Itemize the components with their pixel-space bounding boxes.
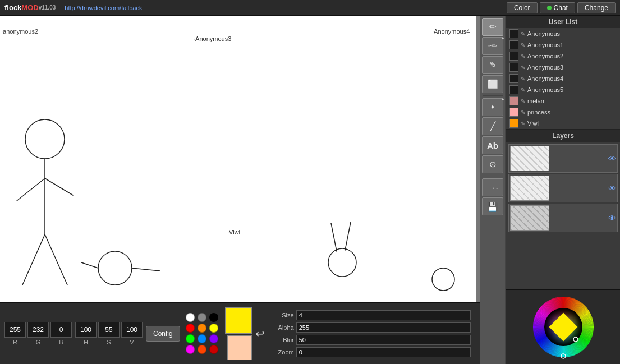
user-name-8: Viwi	[527, 120, 539, 127]
save-tool[interactable]: 💾	[482, 197, 503, 215]
user-item-6[interactable]: ✎ melan	[506, 95, 620, 107]
layer-thumb-1	[510, 146, 549, 171]
canvas-area: ·anonymous2 ·Anonymous3 ·Anonymous4 ·Ano…	[0, 16, 480, 364]
color-dot-6[interactable]	[186, 334, 195, 343]
user-item-5[interactable]: ✎ Anonymous5	[506, 84, 620, 95]
zoom-input[interactable]	[296, 347, 471, 357]
user-item-8[interactable]: ✎ Viwi	[506, 118, 620, 129]
pencil-tool[interactable]: ✎	[482, 56, 503, 74]
user-swatch-3	[509, 63, 518, 72]
magic-tool[interactable]: ✦	[482, 98, 503, 116]
user-name-5: Anonymous5	[527, 86, 563, 93]
color-dot-7[interactable]	[198, 334, 206, 343]
user-label-anon3: ·Anonymous3	[194, 35, 231, 42]
h-input[interactable]	[75, 322, 97, 338]
color-dot-5[interactable]	[209, 324, 218, 333]
zoom-row: Zoom	[273, 347, 471, 357]
text-tool[interactable]: Ab	[482, 136, 503, 154]
layers-title: Layers	[506, 130, 620, 142]
g-input[interactable]	[27, 322, 49, 338]
v-input[interactable]	[121, 322, 143, 338]
b-channel: B	[50, 322, 72, 345]
alpha-input[interactable]	[296, 322, 471, 333]
expand-arrow: ▸	[502, 36, 504, 40]
user-item-3[interactable]: ✎ Anonymous3	[506, 62, 620, 73]
layer-eye-1[interactable]: 👁	[608, 154, 616, 163]
color-wheel[interactable]	[530, 293, 597, 361]
drawing-canvas[interactable]	[0, 16, 476, 302]
right-panel: User List ✎ Anonymous ✎ Anonymous1 ✎ Ano…	[506, 16, 620, 364]
user-item-7[interactable]: ✎ princess	[506, 107, 620, 118]
b-label: B	[59, 339, 63, 345]
color-dot-2[interactable]	[209, 313, 218, 322]
user-name-6: melan	[527, 98, 544, 104]
layer-eye-2[interactable]: 👁	[608, 184, 616, 193]
blur-input[interactable]	[296, 335, 471, 345]
b-input[interactable]	[50, 322, 72, 338]
color-dot-3[interactable]	[186, 324, 195, 333]
layer-eye-3[interactable]: 👁	[608, 214, 616, 223]
alpha-row: Alpha	[273, 322, 471, 333]
layer-item-3[interactable]: 👁	[508, 204, 618, 232]
brush-tool[interactable]: ✏	[482, 18, 503, 36]
color-dot-11[interactable]	[209, 345, 218, 354]
user-edit-icon-2: ✎	[521, 53, 525, 59]
color-dot-1[interactable]	[198, 313, 206, 322]
user-name-0: Anonymous	[527, 30, 560, 37]
magic-tool-wrap: ✦ ▸	[482, 98, 503, 116]
version-label: v11.03	[39, 4, 56, 11]
color-dot-0[interactable]	[186, 313, 195, 322]
logo-mod: MOD	[21, 3, 38, 12]
color-dot-9[interactable]	[186, 345, 195, 354]
move-tool-wrap: →·	[482, 178, 503, 196]
color-button[interactable]: Color	[507, 2, 538, 13]
airbrush-tool[interactable]: ≈✏	[482, 37, 503, 55]
user-name-2: Anonymous2	[527, 53, 563, 59]
color-swatches	[225, 307, 252, 360]
user-label-anon4: ·Anonymous4	[432, 28, 470, 35]
user-item-4[interactable]: ✎ Anonymous4	[506, 73, 620, 84]
color-wheel-section[interactable]	[506, 289, 620, 364]
layers-list: 👁 👁 👁	[506, 142, 620, 289]
layer-thumb-3	[510, 205, 549, 231]
eyedropper-tool[interactable]: ⊙	[482, 155, 503, 173]
size-input[interactable]	[296, 310, 471, 320]
topbar-right: Color Chat Change	[507, 2, 620, 13]
user-name-4: Anonymous4	[527, 75, 563, 82]
pencil-tool-wrap: ✎	[482, 56, 503, 74]
text-tool-wrap: Ab	[482, 136, 503, 154]
user-item-1[interactable]: ✎ Anonymous1	[506, 39, 620, 50]
zoom-label: Zoom	[273, 349, 294, 356]
layers-section: Layers 👁 👁 👁	[506, 130, 620, 289]
line-tool[interactable]: ╱	[482, 117, 503, 135]
secondary-swatch[interactable]	[227, 335, 252, 360]
user-swatch-8	[509, 119, 518, 128]
layer-item-2[interactable]: 👁	[508, 174, 618, 202]
bottom-controls: R G B H S	[0, 302, 480, 364]
user-item-2[interactable]: ✎ Anonymous2	[506, 50, 620, 62]
primary-swatch[interactable]	[225, 307, 252, 334]
rgb-group: R G B	[4, 322, 72, 345]
color-dot-4[interactable]	[198, 324, 206, 333]
user-name-7: princess	[527, 109, 550, 116]
undo-button[interactable]: ↩	[255, 327, 265, 340]
r-input[interactable]	[4, 322, 26, 338]
color-dot-10[interactable]	[198, 345, 206, 354]
user-edit-icon-1: ✎	[521, 42, 525, 48]
h-channel: H	[75, 322, 97, 345]
layer-item-1[interactable]: 👁	[508, 144, 618, 173]
color-dot-8[interactable]	[209, 334, 218, 343]
expand-arrow-2: ▸	[502, 97, 504, 102]
blur-label: Blur	[273, 337, 294, 343]
eraser-tool[interactable]: ⬜	[482, 75, 503, 93]
move-tool[interactable]: →·	[482, 178, 503, 196]
change-button[interactable]: Change	[577, 2, 616, 13]
user-name-1: Anonymous1	[527, 42, 563, 48]
chat-button[interactable]: Chat	[540, 2, 575, 13]
user-list: ✎ Anonymous ✎ Anonymous1 ✎ Anonymous2 ✎ …	[506, 28, 620, 129]
s-input[interactable]	[98, 322, 120, 338]
config-button[interactable]: Config	[146, 326, 180, 342]
canvas-wrapper[interactable]: ·anonymous2 ·Anonymous3 ·Anonymous4 ·Ano…	[0, 16, 480, 302]
top-bar: flockMOD v11.03 http://drawdevil.com/fal…	[0, 0, 620, 16]
user-item-0[interactable]: ✎ Anonymous	[506, 28, 620, 39]
